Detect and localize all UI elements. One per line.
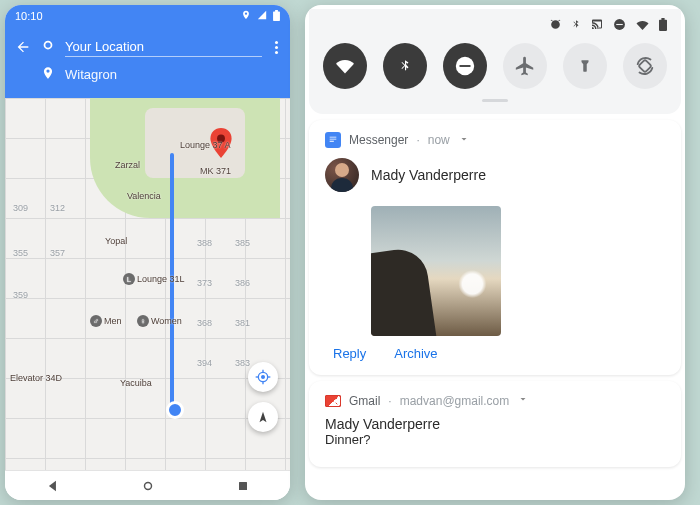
- sender-name: Mady Vanderperre: [371, 167, 486, 183]
- label-men: Men: [104, 316, 122, 326]
- room-number: 309: [13, 203, 28, 213]
- room-number: 394: [197, 358, 212, 368]
- battery-status-icon: [659, 17, 667, 35]
- room-number: 373: [197, 278, 212, 288]
- phone-notifications: Messenger · now Mady Vanderperre Reply A…: [305, 5, 685, 500]
- location-on-icon: [241, 10, 251, 22]
- nav-recents-icon[interactable]: [223, 471, 263, 501]
- label-lounge37a: Lounge 37 A: [180, 140, 231, 150]
- label-valencia: Valencia: [127, 191, 161, 201]
- room-number: 368: [197, 318, 212, 328]
- overflow-menu-icon[interactable]: [272, 41, 280, 54]
- room-number: 359: [13, 290, 28, 300]
- messenger-notification[interactable]: Messenger · now Mady Vanderperre Reply A…: [309, 120, 681, 375]
- room-number: 383: [235, 358, 250, 368]
- android-nav-bar: [5, 470, 290, 500]
- battery-icon: [273, 10, 280, 23]
- nav-home-icon[interactable]: [128, 471, 168, 501]
- dnd-icon: [613, 17, 626, 35]
- directions-header: Your Location Witagron: [5, 27, 290, 98]
- map-canvas[interactable]: Lounge 37 A MK 371 Zarzal Valencia Yopal…: [5, 98, 290, 470]
- status-bar: [323, 17, 667, 35]
- compass-button[interactable]: [248, 402, 278, 432]
- svg-rect-14: [639, 60, 652, 73]
- expand-chevron-icon[interactable]: [517, 393, 529, 408]
- wifi-status-icon: [635, 17, 650, 35]
- bluetooth-status-icon: [571, 17, 581, 35]
- bluetooth-tile[interactable]: [383, 43, 427, 89]
- room-number: 312: [50, 203, 65, 213]
- clock: 10:10: [15, 10, 43, 22]
- signal-icon: [257, 10, 267, 22]
- svg-rect-11: [616, 24, 623, 25]
- label-women: Women: [151, 316, 182, 326]
- airplane-tile[interactable]: [503, 43, 547, 89]
- notification-app-name: Gmail: [349, 394, 380, 408]
- label-zarzal: Zarzal: [115, 160, 140, 170]
- room-number: 385: [235, 238, 250, 248]
- status-bar: 10:10: [5, 5, 290, 27]
- gmail-app-icon: [325, 395, 341, 407]
- room-number: 355: [13, 248, 28, 258]
- phone-maps: 10:10 Your Location: [5, 5, 290, 500]
- panel-drag-handle[interactable]: [482, 99, 508, 102]
- expand-chevron-icon[interactable]: [458, 133, 470, 148]
- room-number: 386: [235, 278, 250, 288]
- room-number: 357: [50, 248, 65, 258]
- room-number: 381: [235, 318, 250, 328]
- label-yopal: Yopal: [105, 236, 127, 246]
- nav-back-icon[interactable]: [33, 471, 73, 501]
- notification-time: now: [428, 133, 450, 147]
- status-icons: [241, 10, 280, 23]
- label-yacuiba: Yacuiba: [120, 378, 152, 388]
- email-sender: Mady Vanderperre: [325, 416, 665, 432]
- email-subject: Dinner?: [325, 432, 665, 447]
- svg-point-3: [262, 376, 265, 379]
- messenger-app-icon: [325, 132, 341, 148]
- archive-action[interactable]: Archive: [394, 346, 437, 361]
- label-elevator34d: Elevator 34D: [10, 373, 62, 383]
- svg-point-0: [45, 42, 52, 49]
- label-mk371: MK 371: [200, 166, 231, 176]
- restroom-poi-icon: ♂: [90, 315, 102, 327]
- room-number: 388: [197, 238, 212, 248]
- my-location-button[interactable]: [248, 362, 278, 392]
- quick-settings-panel: [309, 9, 681, 114]
- destination-pin-icon: [41, 66, 55, 84]
- lounge-poi-icon: L: [123, 273, 135, 285]
- alarm-icon: [549, 17, 562, 35]
- restroom-poi-icon: ♀: [137, 315, 149, 327]
- dnd-tile[interactable]: [443, 43, 487, 89]
- gmail-notification[interactable]: Gmail · madvan@gmail.com Mady Vanderperr…: [309, 381, 681, 467]
- svg-rect-9: [239, 482, 247, 490]
- rotation-tile[interactable]: [623, 43, 667, 89]
- sender-avatar: [325, 158, 359, 192]
- svg-point-8: [144, 482, 151, 489]
- label-lounge31l: Lounge 31L: [137, 274, 185, 284]
- svg-rect-13: [460, 65, 471, 67]
- notification-account: madvan@gmail.com: [400, 394, 510, 408]
- message-image-attachment[interactable]: [371, 206, 501, 336]
- notification-app-name: Messenger: [349, 133, 408, 147]
- back-arrow-icon[interactable]: [15, 39, 31, 55]
- flashlight-tile[interactable]: [563, 43, 607, 89]
- origin-circle-icon: [41, 38, 55, 56]
- wifi-tile[interactable]: [323, 43, 367, 89]
- destination-display[interactable]: Witagron: [65, 65, 117, 84]
- origin-input[interactable]: Your Location: [65, 37, 262, 57]
- cast-icon: [590, 17, 604, 35]
- reply-action[interactable]: Reply: [333, 346, 366, 361]
